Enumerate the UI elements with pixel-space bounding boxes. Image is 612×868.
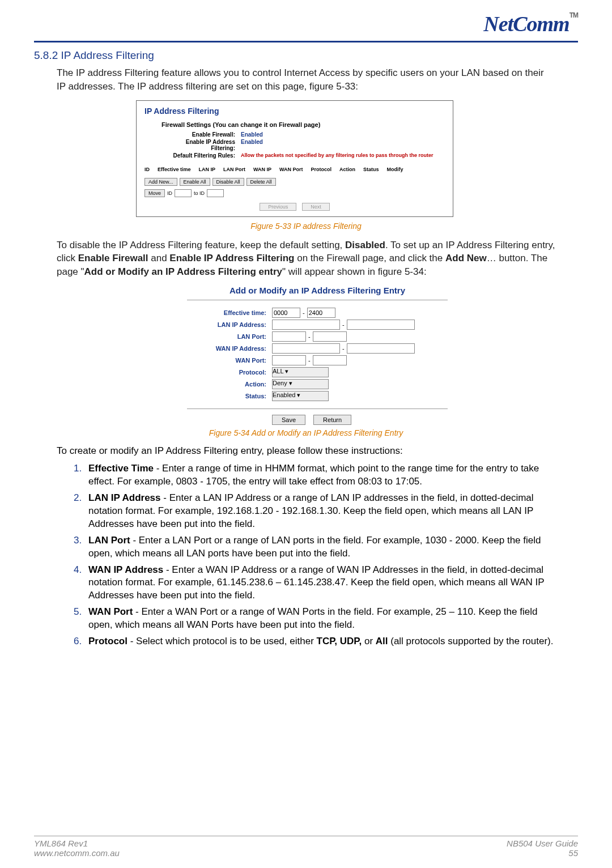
fig1-subtitle: Firewall Settings (You can change it on … bbox=[162, 121, 445, 128]
fig2-input-from[interactable] bbox=[272, 331, 306, 342]
fig1-column-header: Modify bbox=[387, 167, 403, 172]
footer-right: NB504 User Guide 55 bbox=[507, 839, 578, 858]
fig2-field-label: Status: bbox=[187, 393, 272, 399]
page-header: NetCommTM bbox=[34, 11, 578, 42]
instruction-text: LAN Port - Enter a LAN Port or a range o… bbox=[88, 534, 555, 560]
fig2-field-row: WAN Port:- bbox=[187, 355, 448, 365]
fig1-setting-row: Enable Firewall:Enabled bbox=[162, 131, 445, 138]
instruction-number: 1. bbox=[74, 462, 88, 488]
fig2-input-to[interactable] bbox=[313, 355, 347, 365]
fig2-select[interactable]: Enabled ▾ bbox=[272, 391, 329, 401]
brand-text: NetComm bbox=[483, 12, 569, 36]
instruction-number: 4. bbox=[74, 564, 88, 603]
fig1-column-header: WAN Port bbox=[279, 167, 303, 172]
instruction-item: 6.Protocol - Select which protocol is to… bbox=[74, 635, 555, 648]
fig2-input-to[interactable] bbox=[347, 343, 415, 354]
fig2-input-from[interactable] bbox=[272, 355, 306, 365]
delete-allbutton[interactable]: Delete All bbox=[246, 178, 276, 186]
fig1-nav: Previous Next bbox=[144, 203, 445, 211]
fig2-field-label: WAN IP Address: bbox=[187, 345, 272, 352]
figure2-caption: Figure 5-34 Add or Modify an IP Address … bbox=[34, 428, 578, 437]
para2: To disable the IP Address Filtering feat… bbox=[57, 239, 555, 279]
fig2-field-row: LAN Port:- bbox=[187, 331, 448, 342]
tm-text: TM bbox=[570, 11, 578, 19]
instruction-number: 6. bbox=[74, 635, 88, 648]
save-button[interactable]: Save bbox=[272, 415, 305, 425]
figure-2-panel: Add or Modify an IP Address Filtering En… bbox=[187, 286, 448, 425]
fig2-input-from[interactable] bbox=[272, 320, 340, 330]
fig2-select[interactable]: ALL ▾ bbox=[272, 367, 329, 377]
fig2-field-label: Protocol: bbox=[187, 369, 272, 376]
page-footer: YML864 Rev1 www.netcomm.com.au NB504 Use… bbox=[34, 836, 578, 858]
fig2-input-from[interactable] bbox=[272, 308, 300, 318]
fig2-field-row: Protocol:ALL ▾ bbox=[187, 367, 448, 377]
disable-allbutton[interactable]: Disable All bbox=[212, 178, 244, 186]
next-button[interactable]: Next bbox=[302, 203, 330, 211]
move-toid-input[interactable] bbox=[207, 189, 224, 197]
instruction-text: Protocol - Select which protocol is to b… bbox=[88, 635, 555, 648]
dash: - bbox=[342, 345, 345, 352]
fig1-column-header: Protocol bbox=[311, 167, 332, 172]
fig1-title: IP Address Filtering bbox=[144, 107, 445, 116]
fig2-field-label: Effective time: bbox=[187, 309, 272, 316]
return-button[interactable]: Return bbox=[313, 415, 351, 425]
fig1-setting-label: Enable IP Address Filtering: bbox=[162, 139, 241, 151]
figure-1-panel: IP Address Filtering Firewall Settings (… bbox=[136, 100, 453, 217]
dash: - bbox=[342, 321, 345, 328]
fig1-column-header: LAN Port bbox=[223, 167, 245, 172]
move-id-input[interactable] bbox=[175, 189, 192, 197]
fig2-field-label: LAN Port: bbox=[187, 333, 272, 340]
footer-guide: NB504 User Guide bbox=[507, 839, 578, 848]
fig2-button-row: Save Return bbox=[272, 415, 448, 425]
instruction-number: 5. bbox=[74, 606, 88, 632]
fig1-setting-row: Default Filtering Rules:Allow the packet… bbox=[162, 152, 445, 159]
fig2-field-row: WAN IP Address:- bbox=[187, 343, 448, 354]
instruction-item: 3.LAN Port - Enter a LAN Port or a range… bbox=[74, 534, 555, 560]
fig1-column-header: LAN IP bbox=[199, 167, 216, 172]
footer-left: YML864 Rev1 www.netcomm.com.au bbox=[34, 839, 120, 858]
previous-button[interactable]: Previous bbox=[260, 203, 296, 211]
fig1-setting-value: Enabled bbox=[241, 131, 263, 138]
fig1-column-header: Status bbox=[363, 167, 379, 172]
fig2-field-label: WAN Port: bbox=[187, 357, 272, 364]
id-label: ID bbox=[167, 190, 172, 196]
fig2-input-to[interactable] bbox=[307, 308, 335, 318]
fig2-input-to[interactable] bbox=[347, 320, 415, 330]
instruction-item: 5.WAN Port - Enter a WAN Port or a range… bbox=[74, 606, 555, 632]
dash: - bbox=[308, 333, 311, 340]
fig1-columns: IDEffective timeLAN IPLAN PortWAN IPWAN … bbox=[144, 167, 445, 172]
fig1-setting-value: Allow the packets not specified by any f… bbox=[241, 152, 434, 159]
footer-page-num: 55 bbox=[507, 848, 578, 858]
toid-label: to ID bbox=[194, 190, 205, 196]
instruction-number: 3. bbox=[74, 534, 88, 560]
fig1-setting-value: Enabled bbox=[241, 139, 263, 151]
dash: - bbox=[303, 309, 305, 316]
fig2-field-label: Action: bbox=[187, 381, 272, 388]
section-title: 5.8.2 IP Address Filtering bbox=[34, 49, 578, 62]
enable-allbutton[interactable]: Enable All bbox=[180, 178, 210, 186]
fig1-column-header: Action bbox=[339, 167, 355, 172]
footer-doc-id: YML864 Rev1 bbox=[34, 839, 120, 848]
fig2-input-to[interactable] bbox=[313, 331, 347, 342]
move-button[interactable]: Move bbox=[144, 189, 165, 197]
instruction-number: 2. bbox=[74, 492, 88, 531]
add-new-button[interactable]: Add New... bbox=[144, 178, 177, 186]
fig2-input-from[interactable] bbox=[272, 343, 340, 354]
fig2-select[interactable]: Deny ▾ bbox=[272, 379, 329, 389]
fig1-setting-row: Enable IP Address Filtering:Enabled bbox=[162, 139, 445, 151]
instruction-text: WAN IP Address - Enter a WAN IP Address … bbox=[88, 564, 555, 603]
dash: - bbox=[308, 357, 311, 364]
fig2-field-label: LAN IP Address: bbox=[187, 321, 272, 328]
fig2-field-row: Effective time:- bbox=[187, 308, 448, 318]
fig1-move-row: Move ID to ID bbox=[144, 189, 445, 197]
brand-logo: NetCommTM bbox=[483, 11, 578, 36]
instruction-item: 2.LAN IP Address - Enter a LAN IP Addres… bbox=[74, 492, 555, 531]
footer-url: www.netcomm.com.au bbox=[34, 848, 120, 858]
figure1-caption: Figure 5-33 IP address Filtering bbox=[34, 222, 578, 231]
instruction-text: WAN Port - Enter a WAN Port or a range o… bbox=[88, 606, 555, 632]
fig1-column-header: Effective time bbox=[158, 167, 191, 172]
fig2-field-row: Status:Enabled ▾ bbox=[187, 391, 448, 401]
fig2-field-row: LAN IP Address:- bbox=[187, 320, 448, 330]
fig1-button-row: Add New...Enable AllDisable AllDelete Al… bbox=[144, 178, 445, 186]
instructions-intro: To create or modify an IP Address Filter… bbox=[57, 445, 555, 457]
